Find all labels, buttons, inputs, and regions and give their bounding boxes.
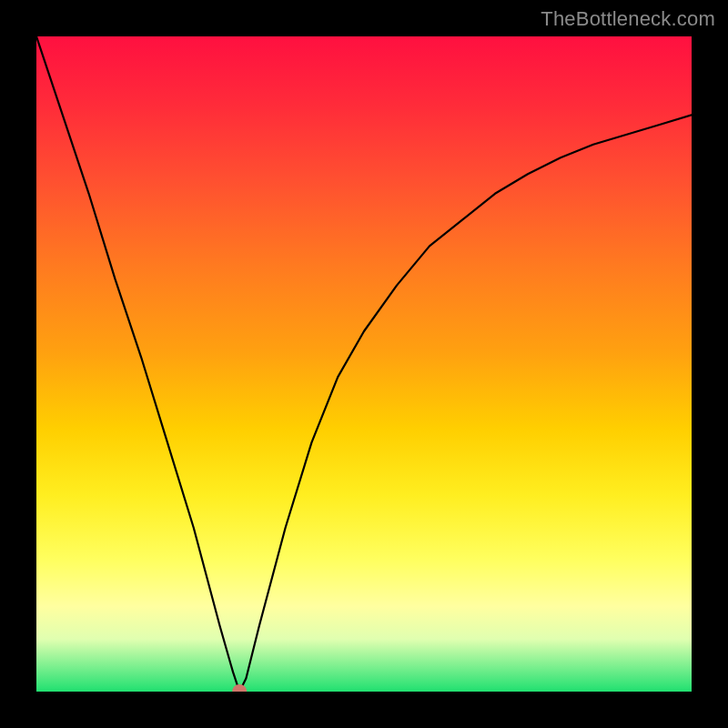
watermark-text: TheBottleneck.com bbox=[541, 7, 715, 31]
chart-stage: TheBottleneck.com bbox=[0, 0, 728, 728]
optimal-point-marker bbox=[232, 684, 247, 692]
bottleneck-curve bbox=[36, 36, 692, 692]
plot-area bbox=[36, 36, 692, 692]
curve-layer bbox=[36, 36, 692, 692]
